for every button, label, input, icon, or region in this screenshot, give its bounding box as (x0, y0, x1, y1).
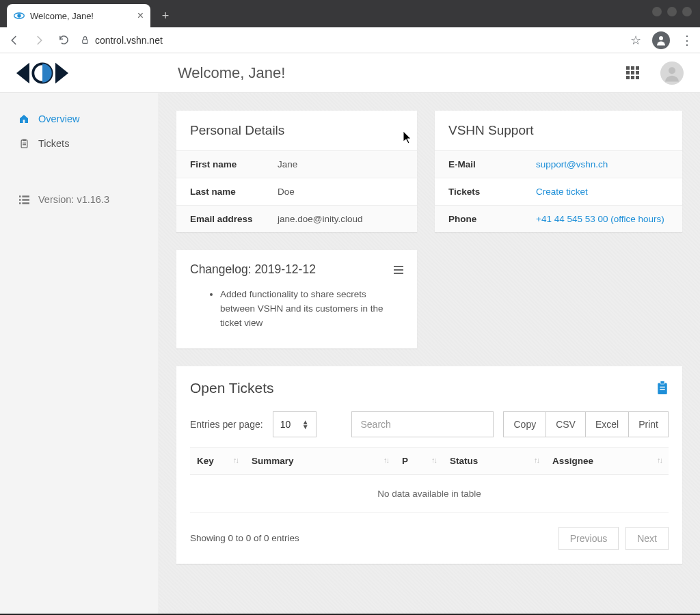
label: Phone (448, 214, 536, 224)
browser-tab[interactable]: Welcome, Jane! × (7, 4, 150, 27)
label: Last name (190, 187, 278, 197)
label: Tickets (448, 187, 536, 197)
back-button[interactable] (7, 33, 22, 48)
changelog-list-icon[interactable] (394, 266, 403, 274)
copy-button[interactable]: Copy (503, 411, 546, 437)
sidebar-version: Version: v1.16.3 (0, 187, 158, 212)
apps-icon[interactable] (626, 66, 640, 80)
svg-rect-9 (23, 139, 26, 141)
home-icon (18, 113, 30, 125)
window-close-icon[interactable] (682, 7, 692, 16)
value: jane.doe@inity.cloud (278, 214, 403, 224)
support-email-link[interactable]: support@vshn.ch (536, 159, 669, 169)
sidebar-item-tickets[interactable]: Tickets (0, 131, 158, 156)
next-button[interactable]: Next (625, 527, 669, 550)
lock-icon (81, 36, 90, 44)
card-title: VSHN Support (435, 111, 682, 150)
window-controls[interactable] (652, 7, 692, 16)
forward-button[interactable] (31, 33, 46, 48)
previous-button[interactable]: Previous (558, 527, 619, 550)
svg-point-7 (669, 67, 675, 74)
svg-marker-4 (16, 62, 29, 83)
svg-rect-17 (22, 202, 29, 204)
support-phone-link[interactable]: +41 44 545 53 00 (office hours) (536, 214, 669, 224)
clipboard-icon[interactable] (656, 381, 669, 396)
url-field[interactable]: control.vshn.net (81, 31, 621, 50)
personal-details-card: Personal Details First nameJane Last nam… (176, 111, 417, 232)
csv-button[interactable]: CSV (546, 411, 586, 437)
label: Email address (190, 214, 278, 224)
browser-menu-button[interactable]: ⋮ (681, 33, 693, 48)
search-input[interactable] (351, 411, 494, 437)
svg-rect-16 (19, 202, 21, 204)
tab-title: Welcome, Jane! (30, 11, 94, 21)
svg-marker-5 (55, 62, 68, 83)
print-button[interactable]: Print (629, 411, 669, 437)
profile-button[interactable] (652, 31, 670, 49)
col-assignee[interactable]: Assignee↑↓ (546, 447, 669, 474)
changelog-entry: Added functionality to share secrets bet… (220, 288, 403, 331)
col-key[interactable]: Key↑↓ (190, 447, 245, 474)
tickets-title: Open Tickets (190, 380, 274, 396)
value: Jane (278, 159, 403, 169)
col-p[interactable]: P↑↓ (395, 447, 443, 474)
changelog-card: Changelog: 2019-12-12 Added functionalit… (176, 250, 417, 348)
open-tickets-card: Open Tickets Entries per page: 10 ▲▼ (176, 366, 682, 564)
page-title: Welcome, Jane! (178, 64, 285, 82)
sidebar-item-overview[interactable]: Overview (0, 107, 158, 131)
label: E-Mail (448, 159, 536, 169)
select-arrows-icon: ▲▼ (302, 420, 309, 429)
tickets-table: Key↑↓ Summary↑↓ P↑↓ Status↑↓ Assignee↑↓ … (190, 447, 669, 513)
address-bar: control.vshn.net ☆ ⋮ (0, 27, 700, 53)
table-empty-message: No data available in table (190, 474, 669, 512)
sidebar: Overview Tickets Version: v1.16.3 (0, 93, 159, 614)
svg-rect-14 (19, 199, 21, 201)
entries-value: 10 (280, 419, 291, 430)
app-header: Welcome, Jane! (0, 53, 700, 93)
version-text: Version: v1.16.3 (38, 194, 109, 205)
sidebar-label: Tickets (38, 138, 69, 149)
svg-rect-18 (658, 383, 667, 394)
excel-button[interactable]: Excel (586, 411, 629, 437)
window-minimize-icon[interactable] (652, 7, 662, 16)
entries-per-page-label: Entries per page: (190, 419, 263, 430)
svg-rect-12 (19, 195, 21, 197)
close-icon[interactable]: × (137, 10, 144, 22)
support-card: VSHN Support E-Mailsupport@vshn.ch Ticke… (435, 111, 682, 232)
svg-rect-15 (22, 199, 29, 201)
col-status[interactable]: Status↑↓ (443, 447, 546, 474)
app-logo[interactable] (16, 60, 68, 86)
value: Doe (278, 187, 403, 197)
entries-per-page-select[interactable]: 10 ▲▼ (273, 411, 317, 437)
url-text: control.vshn.net (95, 35, 163, 46)
window-maximize-icon[interactable] (667, 7, 677, 16)
avatar[interactable] (660, 62, 684, 85)
table-showing-text: Showing 0 to 0 of 0 entries (190, 533, 299, 543)
col-summary[interactable]: Summary↑↓ (245, 447, 395, 474)
svg-rect-2 (83, 40, 88, 43)
eye-icon (14, 10, 25, 21)
changelog-title: Changelog: 2019-12-12 (190, 262, 316, 277)
browser-tab-strip: Welcome, Jane! × + (0, 0, 700, 27)
new-tab-button[interactable]: + (156, 6, 175, 25)
card-title: Personal Details (176, 111, 417, 150)
list-icon (18, 193, 30, 206)
svg-rect-13 (22, 195, 29, 197)
svg-rect-19 (660, 381, 664, 384)
svg-point-3 (659, 36, 663, 40)
sidebar-label: Overview (38, 113, 79, 124)
main-content: Personal Details First nameJane Last nam… (159, 93, 700, 614)
bookmark-icon[interactable]: ☆ (630, 33, 641, 48)
svg-point-1 (17, 14, 21, 17)
label: First name (190, 159, 278, 169)
reload-button[interactable] (56, 33, 71, 48)
svg-rect-8 (21, 139, 27, 147)
create-ticket-link[interactable]: Create ticket (536, 187, 669, 197)
clipboard-icon (18, 137, 30, 150)
